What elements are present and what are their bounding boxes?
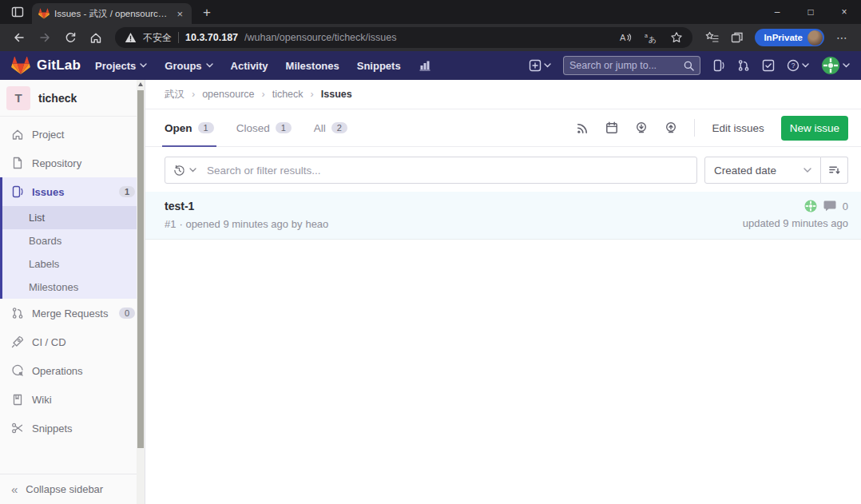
back-button[interactable] xyxy=(8,27,30,48)
gitlab-logo-text: GitLab xyxy=(37,58,81,73)
security-warning-icon xyxy=(125,32,137,43)
browser-toolbar: 不安全 10.3.70.187 /wuhan/opensource/tichec… xyxy=(0,24,861,51)
tab-closed[interactable]: Closed 1 xyxy=(236,109,292,146)
close-button[interactable]: × xyxy=(827,0,861,24)
issue-updated: updated 9 minutes ago xyxy=(743,217,848,229)
security-label[interactable]: 不安全 xyxy=(143,31,172,45)
chevron-down-icon xyxy=(802,63,809,68)
sidebar-item-issues[interactable]: Issues 1 xyxy=(2,177,145,206)
rocket-icon xyxy=(11,335,24,348)
operations-icon xyxy=(11,364,24,377)
collapse-sidebar-button[interactable]: « Collapse sidebar xyxy=(0,474,145,504)
refresh-button[interactable] xyxy=(59,27,81,48)
breadcrumb-project[interactable]: ticheck xyxy=(272,89,304,100)
sidebar-item-operations[interactable]: Operations xyxy=(0,356,145,385)
rss-feed-button[interactable] xyxy=(577,122,589,134)
sidebar-item-label: Snippets xyxy=(32,423,135,435)
maximize-button[interactable]: □ xyxy=(794,0,827,24)
chevron-down-icon xyxy=(843,63,850,68)
tab-actions-icon[interactable] xyxy=(11,6,24,18)
sort-direction-button[interactable] xyxy=(821,157,848,184)
tab-close-icon[interactable]: × xyxy=(174,8,185,20)
issues-dashboard-icon[interactable] xyxy=(712,59,725,72)
svg-text:?: ? xyxy=(792,62,796,69)
sort-dropdown[interactable]: Created date xyxy=(704,157,821,184)
new-tab-button[interactable]: + xyxy=(203,6,211,19)
sidebar-item-label: Operations xyxy=(32,365,135,377)
inprivate-badge[interactable]: InPrivate xyxy=(755,29,824,46)
user-menu[interactable] xyxy=(821,56,850,75)
home-icon xyxy=(11,128,24,141)
tab-all[interactable]: All 2 xyxy=(314,109,347,146)
filter-search-input[interactable] xyxy=(207,165,688,177)
url-path: /wuhan/opensource/ticheck/issues xyxy=(244,32,608,43)
global-search[interactable] xyxy=(563,56,700,75)
forward-button[interactable] xyxy=(34,27,56,48)
issue-author-link[interactable]: heao xyxy=(305,218,328,230)
sidebar-subitem-boards[interactable]: Boards xyxy=(2,229,145,252)
global-search-input[interactable] xyxy=(569,60,679,71)
sidebar-item-snippets[interactable]: Snippets xyxy=(0,414,145,442)
issue-title-link[interactable]: test-1 xyxy=(165,200,743,212)
sidebar-item-project[interactable]: Project xyxy=(0,120,145,149)
breadcrumb-current: Issues xyxy=(321,89,352,100)
home-button[interactable] xyxy=(85,27,107,48)
minimize-button[interactable]: – xyxy=(760,0,794,24)
gitlab-logo[interactable]: GitLab xyxy=(11,56,81,75)
new-menu-dropdown[interactable] xyxy=(529,59,551,72)
sidebar-scrollbar[interactable] xyxy=(137,80,145,504)
nav-milestones[interactable]: Milestones xyxy=(286,60,339,72)
sidebar-subitem-list[interactable]: List xyxy=(2,206,145,229)
translate-icon[interactable]: aあ xyxy=(640,27,662,48)
scrollbar-up-arrow[interactable] xyxy=(138,82,143,86)
instance-statistics-icon[interactable] xyxy=(419,59,431,72)
filtered-search[interactable] xyxy=(165,157,697,184)
nav-snippets[interactable]: Snippets xyxy=(357,60,401,72)
todos-icon[interactable] xyxy=(762,59,775,72)
filter-bar: Created date xyxy=(165,157,848,184)
sidebar-item-repository[interactable]: Repository xyxy=(0,149,145,177)
edit-issues-button[interactable]: Edit issues xyxy=(712,122,764,134)
breadcrumb-group[interactable]: 武汉 xyxy=(165,88,184,101)
add-favorite-icon[interactable] xyxy=(665,27,688,48)
sidebar-item-cicd[interactable]: CI / CD xyxy=(0,327,145,356)
breadcrumb-subgroup[interactable]: opensource xyxy=(202,89,254,100)
tab-open-label: Open xyxy=(165,122,192,134)
scrollbar-thumb[interactable] xyxy=(137,90,144,448)
sidebar-item-merge-requests[interactable]: Merge Requests 0 xyxy=(0,299,145,327)
collections-icon[interactable] xyxy=(726,27,748,48)
comments-count[interactable]: 0 xyxy=(843,200,848,212)
tab-open[interactable]: Open 1 xyxy=(165,109,214,146)
browser-tab[interactable]: Issues - 武汉 / opensource / tich × xyxy=(32,3,192,24)
divider xyxy=(694,119,695,137)
sidebar-item-wiki[interactable]: Wiki xyxy=(0,385,145,414)
chevron-down-icon xyxy=(140,63,147,68)
nav-projects[interactable]: Projects xyxy=(95,60,147,72)
favorites-bar-icon[interactable] xyxy=(700,27,723,48)
help-menu[interactable]: ? xyxy=(787,59,809,72)
assignee-avatar[interactable] xyxy=(804,200,817,212)
calendar-button[interactable] xyxy=(605,121,618,134)
project-header[interactable]: T ticheck xyxy=(0,80,145,117)
browser-menu-icon[interactable]: ⋯ xyxy=(831,27,853,48)
tab-closed-count: 1 xyxy=(276,122,292,133)
double-chevron-left-icon: « xyxy=(11,482,18,496)
read-aloud-icon[interactable]: A xyxy=(614,27,637,48)
merge-requests-dashboard-icon[interactable] xyxy=(737,59,750,72)
sidebar-subitem-milestones[interactable]: Milestones xyxy=(2,276,145,299)
tab-closed-label: Closed xyxy=(236,122,270,134)
sidebar-subitem-labels[interactable]: Labels xyxy=(2,252,145,276)
address-bar[interactable]: 不安全 10.3.70.187 /wuhan/opensource/tichec… xyxy=(115,27,692,48)
sidebar-issues-section: Issues 1 List Boards Labels Milestones xyxy=(0,177,145,299)
tab-all-label: All xyxy=(314,122,326,134)
export-issues-button[interactable] xyxy=(665,121,677,134)
recent-searches-icon[interactable] xyxy=(173,165,185,177)
comments-icon xyxy=(823,200,836,212)
nav-activity[interactable]: Activity xyxy=(231,60,268,72)
collapse-sidebar-label: Collapse sidebar xyxy=(26,483,103,495)
nav-groups[interactable]: Groups xyxy=(165,60,212,72)
new-issue-button[interactable]: New issue xyxy=(781,116,848,141)
sidebar-item-label: Repository xyxy=(32,157,135,169)
url-host: 10.3.70.187 xyxy=(185,32,238,43)
import-issues-button[interactable] xyxy=(635,121,648,134)
